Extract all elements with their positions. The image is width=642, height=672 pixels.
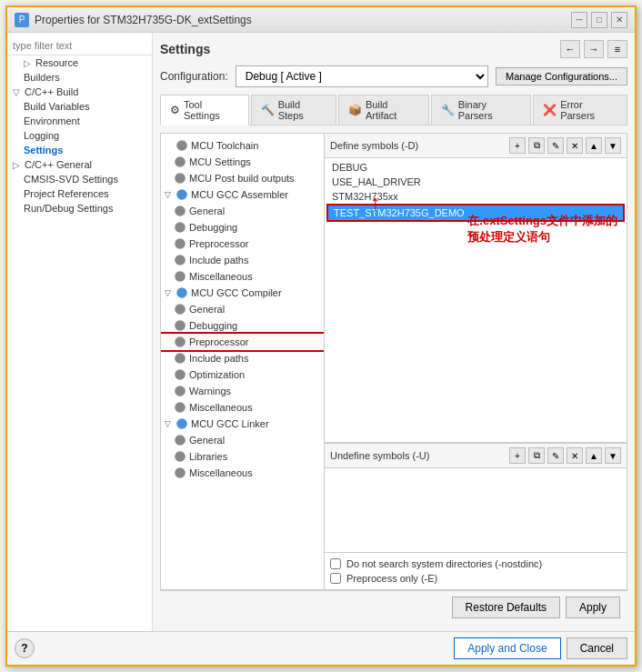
tree-mcu-toolchain[interactable]: MCU Toolchain: [161, 137, 324, 154]
filter-input[interactable]: [7, 36, 152, 55]
tree-asm-general[interactable]: General: [161, 203, 324, 219]
asm-debug-icon: [174, 221, 186, 234]
config-label: Configuration:: [160, 70, 228, 83]
config-select[interactable]: Debug [ Active ]: [236, 65, 488, 87]
undefine-symbols-tools: + ⧉ ✎ ✕ ▲ ▼: [509, 447, 621, 464]
sidebar-item-resource[interactable]: ▷ Resource: [7, 55, 152, 70]
nostdinc-checkbox[interactable]: [330, 558, 341, 569]
move-up-undefine-button[interactable]: ▲: [586, 447, 602, 464]
tree-asm-misc[interactable]: Miscellaneous: [161, 268, 324, 285]
undefine-symbols-header: Undefine symbols (-U) + ⧉ ✎ ✕ ▲ ▼: [325, 444, 627, 468]
tree-mcu-post-build[interactable]: MCU Post build outputs: [161, 170, 324, 186]
tree-cc-include[interactable]: Include paths: [161, 350, 324, 366]
tab-error-parsers[interactable]: ❌ Error Parsers: [533, 95, 627, 125]
config-row: Configuration: Debug [ Active ] Manage C…: [160, 65, 627, 87]
sidebar: ▷ Resource Builders ▽ C/C++ Build Build …: [7, 33, 153, 631]
symbol-hal-driver[interactable]: USE_HAL_DRIVER: [326, 175, 625, 189]
tree-mcu-gcc-compiler[interactable]: ▽ MCU GCC Compiler: [161, 285, 324, 301]
delete-undefine-button[interactable]: ✕: [567, 447, 583, 464]
sidebar-item-build-variables[interactable]: Build Variables: [7, 99, 152, 114]
tree-cc-warnings[interactable]: Warnings: [161, 383, 324, 399]
nav-buttons: ← → ≡: [560, 40, 627, 58]
main-content: ▷ Resource Builders ▽ C/C++ Build Build …: [7, 33, 635, 631]
tree-mcu-gcc-assembler[interactable]: ▽ MCU GCC Assembler: [161, 186, 324, 203]
sidebar-item-logging[interactable]: Logging: [7, 128, 152, 143]
window-icon: P: [15, 13, 29, 27]
sidebar-item-cpp-build[interactable]: ▽ C/C++ Build: [7, 85, 152, 99]
tab-tool-settings[interactable]: ⚙ Tool Settings: [160, 95, 249, 125]
preprocess-only-checkbox[interactable]: [330, 573, 341, 584]
tree-ln-libraries[interactable]: Libraries: [161, 448, 324, 465]
svg-point-5: [175, 222, 186, 233]
svg-point-10: [175, 304, 186, 315]
restore-defaults-button[interactable]: Restore Defaults: [452, 597, 560, 618]
svg-point-12: [175, 336, 186, 347]
move-up-button[interactable]: ▲: [586, 137, 602, 154]
post-build-icon: [174, 172, 186, 185]
maximize-button[interactable]: □: [591, 12, 607, 28]
svg-point-15: [175, 386, 186, 396]
nav-forward-button[interactable]: →: [584, 40, 604, 58]
cancel-button[interactable]: Cancel: [567, 637, 627, 659]
tab-build-steps[interactable]: 🔨 Build Steps: [251, 95, 336, 125]
sidebar-item-run-debug[interactable]: Run/Debug Settings: [7, 201, 152, 216]
symbol-test-demo[interactable]: TEST_STM32H735G_DEMO: [326, 204, 625, 222]
settings-title: Settings: [160, 42, 210, 56]
copy-symbol-button[interactable]: ⧉: [528, 137, 545, 154]
svg-point-3: [176, 189, 187, 200]
add-undefine-button[interactable]: +: [509, 447, 526, 464]
tree-ln-general[interactable]: General: [161, 432, 324, 448]
apply-close-button[interactable]: Apply and Close: [454, 637, 560, 659]
tree-asm-include[interactable]: Include paths: [161, 252, 324, 268]
svg-point-13: [175, 353, 186, 364]
title-bar-left: P Properties for STM32H735G-DK_extSettin…: [15, 13, 252, 27]
tree-cc-misc[interactable]: Miscellaneous: [161, 399, 324, 416]
assembler-icon: [176, 188, 188, 201]
tree-cc-preprocessor[interactable]: Preprocessor: [161, 334, 324, 350]
sidebar-item-cpp-general[interactable]: ▷ C/C++ General: [7, 157, 152, 172]
tab-binary-parsers[interactable]: 🔧 Binary Parsers: [431, 95, 531, 125]
apply-button[interactable]: Apply: [566, 597, 620, 618]
copy-undefine-button[interactable]: ⧉: [528, 447, 545, 464]
edit-symbol-button[interactable]: ✎: [547, 137, 564, 154]
asm-general-icon: [174, 205, 186, 217]
sidebar-item-cmsis[interactable]: CMSIS-SVD Settings: [7, 172, 152, 186]
title-buttons: ─ □ ✕: [571, 12, 627, 28]
nav-menu-button[interactable]: ≡: [607, 40, 627, 58]
manage-configurations-button[interactable]: Manage Configurations...: [496, 67, 627, 85]
svg-point-11: [175, 320, 186, 331]
nav-back-button[interactable]: ←: [560, 40, 580, 58]
edit-undefine-button[interactable]: ✎: [547, 447, 564, 464]
sidebar-item-settings[interactable]: Settings: [7, 143, 152, 157]
close-button[interactable]: ✕: [611, 12, 627, 28]
cc-warn-icon: [174, 385, 186, 397]
sidebar-item-environment[interactable]: Environment: [7, 114, 152, 128]
tree-mcu-gcc-linker[interactable]: ▽ MCU GCC Linker: [161, 416, 324, 432]
tree-cc-general[interactable]: General: [161, 301, 324, 317]
assembler-expand: ▽: [165, 190, 176, 199]
symbols-panel: Define symbols (-D) + ⧉ ✎ ✕ ▲ ▼: [325, 134, 627, 589]
tree-asm-preprocessor[interactable]: Preprocessor: [161, 236, 324, 252]
delete-symbol-button[interactable]: ✕: [567, 137, 583, 154]
tree-asm-debugging[interactable]: Debugging: [161, 219, 324, 236]
symbol-stm32h735xx[interactable]: STM32H735xx: [326, 189, 625, 204]
move-down-button[interactable]: ▼: [605, 137, 621, 154]
symbol-debug[interactable]: DEBUG: [326, 160, 625, 175]
nostdinc-label: Do not search system directories (-nostd…: [346, 558, 542, 569]
cc-opt-icon: [174, 368, 186, 381]
preprocess-only-row: Preprocess only (-E): [330, 571, 621, 586]
tree-mcu-settings[interactable]: MCU Settings: [161, 154, 324, 170]
tree-cc-optimization[interactable]: Optimization: [161, 366, 324, 383]
tab-build-artifact[interactable]: 📦 Build Artifact: [338, 95, 429, 125]
sidebar-item-project-refs[interactable]: Project References: [7, 186, 152, 201]
sidebar-item-builders[interactable]: Builders: [7, 70, 152, 85]
add-symbol-button[interactable]: +: [509, 137, 526, 154]
tree-ln-misc[interactable]: Miscellaneous: [161, 465, 324, 481]
tree-cc-debugging[interactable]: Debugging: [161, 317, 324, 334]
minimize-button[interactable]: ─: [571, 12, 587, 28]
help-button[interactable]: ?: [15, 638, 35, 658]
move-down-undefine-button[interactable]: ▼: [605, 447, 621, 464]
binary-parsers-icon: 🔧: [441, 104, 455, 116]
tool-settings-icon: ⚙: [170, 104, 180, 116]
ln-lib-icon: [174, 450, 186, 463]
